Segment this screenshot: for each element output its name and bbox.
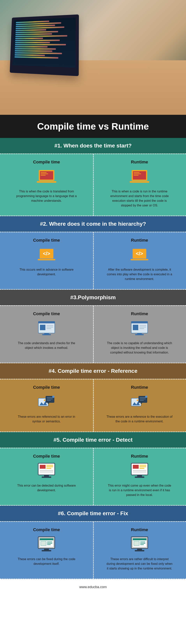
- col-title: Compile time: [33, 527, 60, 532]
- svg-rect-32: [137, 333, 142, 334]
- svg-rect-22: [47, 327, 53, 328]
- svg-rect-75: [47, 543, 52, 544]
- svg-rect-77: [44, 548, 49, 550]
- svg-rect-5: [37, 181, 56, 183]
- col-title: Runtime: [131, 385, 148, 390]
- monitor-content-icon: [36, 462, 57, 480]
- svg-rect-47: [140, 397, 146, 398]
- code-brackets-icon: </>: [129, 246, 150, 264]
- svg-text:</>: </>: [43, 250, 50, 256]
- svg-rect-82: [134, 541, 139, 546]
- col-text: The code understands and checks for the …: [14, 341, 80, 350]
- svg-rect-19: [38, 322, 55, 323]
- svg-rect-33: [135, 334, 144, 335]
- section-header-2: #2. Where does it come in the hierarchy?: [0, 216, 186, 232]
- svg-rect-72: [40, 538, 53, 540]
- col-title: Runtime: [131, 454, 148, 459]
- svg-rect-54: [46, 465, 53, 466]
- svg-rect-87: [135, 550, 144, 552]
- section-header-4: #4. Compile time error - Reference: [0, 363, 186, 379]
- monitor-content-icon: [129, 462, 150, 480]
- svg-rect-78: [42, 550, 51, 552]
- svg-rect-85: [140, 544, 144, 545]
- svg-rect-86: [137, 548, 142, 550]
- col-title: Compile time: [33, 160, 60, 164]
- image-chat-icon: [36, 394, 57, 411]
- laptop-code-icon: [36, 168, 57, 186]
- svg-rect-66: [133, 470, 146, 471]
- col-text: This is when a code is run in the runtim…: [106, 189, 172, 208]
- col-title: Runtime: [131, 527, 148, 532]
- svg-rect-9: [134, 174, 141, 174]
- svg-rect-11: [130, 181, 149, 183]
- svg-rect-63: [139, 465, 146, 466]
- svg-rect-20: [40, 325, 45, 330]
- svg-point-51: [145, 396, 147, 398]
- svg-rect-73: [41, 541, 46, 546]
- hero-image: [0, 0, 186, 115]
- svg-rect-10: [134, 175, 138, 176]
- svg-rect-28: [133, 325, 138, 330]
- svg-point-45: [137, 400, 138, 401]
- svg-rect-30: [139, 327, 146, 328]
- svg-rect-60: [42, 476, 51, 478]
- compare-col-left-6: Compile time These errors can be fixed d…: [0, 522, 93, 579]
- col-text: These errors are referenced to an error …: [14, 414, 80, 424]
- compare-col-right-6: Runtime These errors are rather difficul…: [93, 522, 186, 579]
- svg-text:</>: </>: [136, 250, 143, 256]
- compare-col-left-3: Compile time The code understands and ch…: [0, 306, 93, 363]
- col-title: Runtime: [131, 160, 148, 164]
- compare-col-left-2: Compile time </> This occurs well in adv…: [0, 232, 93, 289]
- compare-col-left-5: Compile time This error can be detected …: [0, 448, 93, 505]
- compare-row-1: Compile time This is when the code is tr…: [0, 154, 186, 216]
- svg-rect-4: [41, 175, 46, 176]
- svg-rect-74: [47, 542, 52, 542]
- col-title: Compile time: [33, 454, 60, 459]
- col-text: This is when the code is translated from…: [14, 189, 80, 203]
- col-title: Compile time: [33, 238, 60, 243]
- window-layout-icon: [36, 320, 57, 337]
- svg-rect-65: [139, 468, 144, 469]
- compare-row-6: Compile time These errors can be fixed d…: [0, 521, 186, 579]
- monitor-page-icon: [129, 536, 150, 553]
- svg-rect-56: [46, 468, 51, 469]
- col-title: Compile time: [33, 311, 60, 316]
- monitor-page-icon: [36, 536, 57, 553]
- col-text: This error can be detected during softwa…: [14, 483, 80, 493]
- svg-rect-76: [47, 544, 51, 545]
- svg-point-42: [52, 396, 55, 398]
- laptop-illustration: [10, 14, 79, 76]
- col-text: The code is no capable of understanding …: [106, 341, 172, 355]
- compare-row-3: Compile time The code understands and ch…: [0, 305, 186, 363]
- svg-rect-23: [47, 328, 51, 329]
- svg-rect-38: [47, 397, 53, 398]
- compare-col-right-2: Runtime </> After the software developme…: [93, 232, 186, 289]
- compare-col-right-3: Runtime The code is no capable of unders…: [93, 306, 186, 363]
- col-title: Runtime: [131, 311, 148, 316]
- svg-rect-48: [140, 399, 146, 399]
- section-header-6: #6. Compile time error - Fix: [0, 506, 186, 521]
- svg-rect-29: [139, 325, 146, 326]
- svg-rect-57: [40, 470, 53, 471]
- section-header-3: #3.Polymorphism: [0, 290, 186, 305]
- svg-rect-83: [140, 542, 145, 542]
- code-brackets-icon: </>: [36, 246, 57, 264]
- svg-rect-53: [40, 465, 46, 469]
- svg-rect-31: [139, 328, 144, 329]
- svg-rect-24: [44, 333, 49, 334]
- section-header-1: #1. When does the time start?: [0, 138, 186, 154]
- svg-rect-68: [137, 475, 142, 476]
- compare-col-right-1: Runtime This is when a code is run in th…: [93, 154, 186, 216]
- col-text: After the software development is comple…: [106, 267, 172, 281]
- compare-col-right-5: Runtime This error might come up even wh…: [93, 448, 186, 505]
- svg-rect-8: [134, 172, 139, 173]
- section-header-5: #5. Compile time error - Detect: [0, 432, 186, 448]
- compare-row-5: Compile time This error can be detected …: [0, 448, 186, 506]
- col-title: Runtime: [131, 238, 148, 243]
- compare-col-left-4: Compile time These errors are referenced…: [0, 380, 93, 432]
- svg-rect-59: [44, 475, 49, 476]
- svg-rect-69: [135, 476, 144, 478]
- compare-col-right-4: Runtime These errors are a reference to …: [93, 380, 186, 432]
- svg-rect-39: [47, 399, 53, 399]
- svg-rect-62: [133, 465, 139, 469]
